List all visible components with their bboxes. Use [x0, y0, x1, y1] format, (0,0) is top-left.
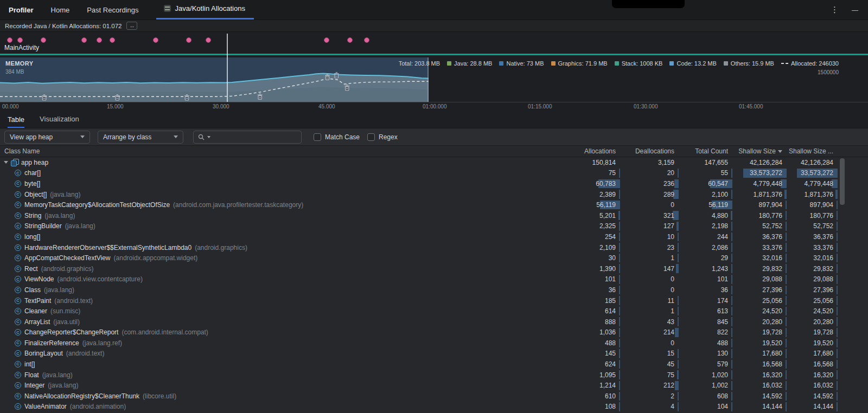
heap-dropdown-value: View app heap: [10, 133, 53, 141]
arrange-dropdown[interactable]: Arrange by class: [98, 131, 183, 144]
allocation-event-dot[interactable]: [17, 37, 23, 43]
shallow-size-cell: 16,568: [733, 359, 788, 370]
search-input[interactable]: [213, 133, 297, 141]
heap-dropdown[interactable]: View app heap: [4, 131, 90, 144]
tab-table[interactable]: Table: [8, 115, 24, 128]
total-count-cell: 845: [680, 317, 733, 327]
table-row[interactable]: ArrayList(java.util)8884384520,28020,280: [0, 317, 868, 327]
allocation-event-dot[interactable]: [7, 37, 12, 43]
value-heat-bar: [678, 254, 679, 263]
allocation-event-dot[interactable]: [347, 37, 353, 43]
table-row[interactable]: MemoryTaskCategory$AllocationTestObjectO…: [0, 199, 868, 210]
class-name: long[]: [24, 233, 40, 241]
table-row[interactable]: Integer(java.lang)1,2142121,00216,03216,…: [0, 380, 868, 391]
table-row[interactable]: int[]6244557916,56816,568: [0, 359, 868, 370]
cell-value: 897,904: [759, 201, 782, 209]
search-box[interactable]: [193, 131, 302, 144]
chevron-down-icon[interactable]: [4, 161, 8, 164]
shallow-size-cell: 33,376: [733, 242, 788, 253]
class-package: (android.com.java.profilertester.taskcat…: [173, 201, 303, 209]
allocation-event-dot[interactable]: [110, 37, 115, 43]
allocation-event-dot[interactable]: [324, 37, 329, 43]
main-tab-bar: Profiler Home Past Recordings Java/Kotli…: [0, 0, 868, 20]
allocation-event-dot[interactable]: [97, 37, 102, 43]
table-row[interactable]: TextPaint(android.text)1851117425,05625,…: [0, 295, 868, 306]
tab-home[interactable]: Home: [51, 6, 70, 14]
table-row[interactable]: BoringLayout(android.text)1451513017,680…: [0, 349, 868, 359]
class-icon: [15, 372, 21, 378]
column-header-class-name[interactable]: Class Name: [0, 147, 567, 155]
cell-value: 212: [663, 382, 674, 389]
allocation-event-dot[interactable]: [364, 37, 369, 43]
allocation-event-dot[interactable]: [186, 37, 192, 43]
gc-trash-icon: [258, 94, 263, 99]
axis-tick: 45.000: [318, 104, 335, 109]
shallow-size-cell: 33,573,272: [733, 168, 788, 179]
allocation-event-dot[interactable]: [153, 37, 158, 43]
value-heat-bar: [786, 296, 787, 305]
table-row[interactable]: ViewNode(android.view.contentcapture)101…: [0, 274, 868, 285]
value-heat-bar: [731, 190, 732, 199]
table-row[interactable]: FinalizerReference(java.lang.ref)4880488…: [0, 338, 868, 349]
cell-value: 2,325: [599, 222, 616, 230]
cell-value: 33,376: [813, 244, 833, 251]
allocation-event-dot[interactable]: [81, 37, 87, 43]
table-row[interactable]: byte[]60,78323660,5474,779,4484,779,448: [0, 178, 868, 189]
selection-end-handle[interactable]: [427, 57, 429, 102]
cell-value: 845: [717, 318, 728, 326]
deallocations-cell: 1: [621, 253, 680, 263]
column-header-shallow-size-2[interactable]: Shallow Size ...: [788, 147, 839, 155]
table-row[interactable]: HardwareRendererObserver$$ExternalSynthe…: [0, 242, 868, 253]
cell-value: 0: [671, 201, 674, 209]
cell-value: 147,655: [705, 159, 728, 166]
search-icon: [198, 134, 205, 140]
tab-past-recordings[interactable]: Past Recordings: [87, 6, 138, 14]
minimize-icon[interactable]: [852, 5, 858, 15]
class-package: (libcore.util): [143, 392, 176, 400]
class-table-body: app heap150,8143,159147,65542,126,28442,…: [0, 157, 868, 413]
allocations-cell: 60,783: [567, 178, 621, 189]
value-heat-bar: [619, 328, 620, 337]
table-row[interactable]: long[]2541024436,37636,376: [0, 231, 868, 242]
table-row[interactable]: Object[](java.lang)2,3892892,1001,871,37…: [0, 189, 868, 200]
search-history-chevron-icon: [207, 136, 210, 138]
shallow-size-cell: 4,779,448: [733, 178, 788, 189]
allocated-axis-max: 1500000: [818, 69, 839, 75]
total-count-cell: 613: [680, 306, 733, 317]
tab-java-kotlin-allocations[interactable]: Java/Kotlin Allocations: [156, 0, 254, 20]
value-heat-bar: [837, 360, 838, 369]
table-row[interactable]: Class(java.lang)3603627,39627,396: [0, 285, 868, 295]
cell-value: 5,201: [599, 212, 616, 220]
table-row[interactable]: char[]75205533,573,27233,573,272: [0, 168, 868, 179]
table-row[interactable]: ChangeReporter$ChangeReport(com.android.…: [0, 327, 868, 338]
allocation-event-dot[interactable]: [206, 37, 211, 43]
vertical-scrollbar[interactable]: [840, 158, 845, 205]
table-row[interactable]: Float(java.lang)1,095751,02016,32016,320: [0, 370, 868, 380]
column-header-total-count[interactable]: Total Count: [680, 147, 733, 155]
shallow-size-cell: 20,280: [733, 317, 788, 327]
table-row[interactable]: AppCompatCheckedTextView(androidx.appcom…: [0, 253, 868, 263]
value-heat-bar: [786, 275, 787, 284]
table-row[interactable]: Cleaner(sun.misc)614161324,52024,520: [0, 306, 868, 317]
regex-checkbox[interactable]: Regex: [367, 133, 398, 141]
value-heat-bar: [837, 222, 838, 231]
tab-visualization[interactable]: Visualization: [40, 115, 79, 128]
table-row[interactable]: StringBuilder(java.lang)2,3251272,19852,…: [0, 221, 868, 232]
column-header-deallocations[interactable]: Deallocations: [621, 147, 680, 155]
column-header-allocations[interactable]: Allocations: [567, 147, 621, 155]
cell-value: 1,095: [599, 371, 616, 379]
table-header: Class Name Allocations Deallocations Tot…: [0, 146, 868, 157]
allocation-event-dot[interactable]: [41, 37, 46, 43]
table-row[interactable]: NativeAllocationRegistry$CleanerThunk(li…: [0, 391, 868, 402]
table-row[interactable]: ValueAnimator(android.animation)10841041…: [0, 402, 868, 412]
table-row[interactable]: Rect(android.graphics)1,3901471,24329,83…: [0, 263, 868, 274]
match-case-checkbox[interactable]: Match Case: [314, 133, 360, 141]
table-row[interactable]: app heap150,8143,159147,65542,126,28442,…: [0, 157, 868, 168]
column-header-shallow-size[interactable]: Shallow Size: [733, 147, 788, 155]
cell-value: 14,592: [762, 392, 782, 400]
more-options-icon[interactable]: [831, 5, 839, 15]
value-heat-bar: [786, 360, 787, 369]
cell-value: 29: [721, 254, 728, 262]
table-row[interactable]: String(java.lang)5,2013214,880180,776180…: [0, 210, 868, 221]
zoom-to-fit-button[interactable]: [126, 22, 137, 30]
